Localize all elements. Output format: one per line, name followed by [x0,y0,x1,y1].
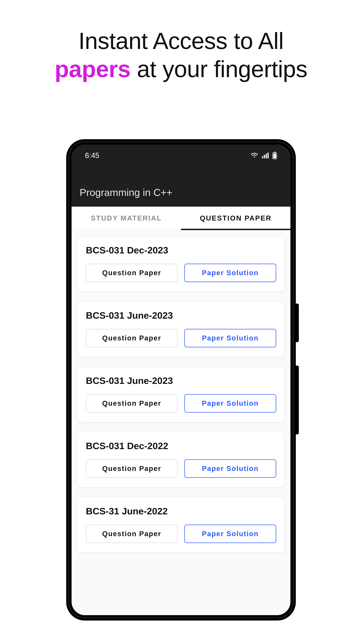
question-paper-button[interactable]: Question Paper [86,459,178,478]
question-paper-button-label: Question Paper [102,334,161,342]
tab-study-material[interactable]: STUDY MATERIAL [71,206,181,230]
question-paper-button[interactable]: Question Paper [86,329,178,347]
tab-question-paper-label: QUESTION PAPER [200,214,272,222]
signal-icon [262,152,269,158]
question-paper-button-label: Question Paper [102,269,161,277]
question-paper-button-label: Question Paper [102,530,161,538]
paper-title: BCS-031 Dec-2022 [86,440,276,451]
paper-card: BCS-031 Dec-2023 Question Paper Paper So… [77,236,285,292]
svg-rect-6 [273,154,276,158]
wifi-icon [251,152,258,158]
paper-solution-button-label: Paper Solution [202,464,259,472]
phone-side-button-1 [296,304,299,342]
status-bar: 6:45 [71,144,291,160]
appbar-title: Programming in C++ [71,187,291,206]
question-paper-button[interactable]: Question Paper [86,264,178,282]
phone-screen: 6:45 [71,144,291,615]
question-paper-button-label: Question Paper [102,399,161,407]
status-time: 6:45 [85,151,99,160]
paper-solution-button[interactable]: Paper Solution [184,459,276,478]
paper-card: BCS-31 June-2022 Question Paper Paper So… [77,497,285,553]
svg-rect-3 [268,152,269,158]
paper-actions: Question Paper Paper Solution [86,459,276,478]
paper-title: BCS-31 June-2022 [86,506,276,516]
svg-rect-0 [262,156,263,158]
question-paper-button[interactable]: Question Paper [86,524,178,543]
paper-solution-button[interactable]: Paper Solution [184,329,276,347]
paper-title: BCS-031 June-2023 [86,375,276,386]
paper-card: BCS-031 Dec-2022 Question Paper Paper So… [77,432,285,488]
paper-actions: Question Paper Paper Solution [86,264,276,282]
phone-side-button-2 [296,366,299,434]
paper-actions: Question Paper Paper Solution [86,329,276,347]
tab-study-material-label: STUDY MATERIAL [91,214,162,222]
question-paper-button[interactable]: Question Paper [86,394,178,412]
app-topbar: 6:45 [71,144,291,206]
question-paper-button-label: Question Paper [102,464,161,472]
paper-solution-button-label: Paper Solution [202,269,259,277]
headline-line1: Instant Access to All [78,28,284,54]
headline-accent: papers [55,56,131,82]
paper-solution-button[interactable]: Paper Solution [184,394,276,412]
paper-solution-button-label: Paper Solution [202,530,259,538]
paper-card: BCS-031 June-2023 Question Paper Paper S… [77,301,285,357]
paper-title: BCS-031 Dec-2023 [86,245,276,256]
paper-solution-button[interactable]: Paper Solution [184,524,276,543]
status-icons [251,152,277,159]
tab-question-paper[interactable]: QUESTION PAPER [181,206,291,230]
paper-solution-button-label: Paper Solution [202,399,259,407]
battery-icon [272,152,277,159]
marketing-headline: Instant Access to All papers at your fin… [0,27,362,83]
svg-rect-1 [264,155,265,158]
paper-solution-button[interactable]: Paper Solution [184,264,276,282]
headline-line2-rest: at your fingertips [131,56,307,82]
svg-rect-2 [266,154,267,158]
phone-frame: 6:45 [66,139,296,620]
paper-list[interactable]: BCS-031 Dec-2023 Question Paper Paper So… [71,230,291,615]
tabs: STUDY MATERIAL QUESTION PAPER [71,206,291,230]
paper-solution-button-label: Paper Solution [202,334,259,342]
paper-actions: Question Paper Paper Solution [86,524,276,543]
paper-actions: Question Paper Paper Solution [86,394,276,412]
paper-card: BCS-031 June-2023 Question Paper Paper S… [77,366,285,422]
paper-title: BCS-031 June-2023 [86,310,276,321]
